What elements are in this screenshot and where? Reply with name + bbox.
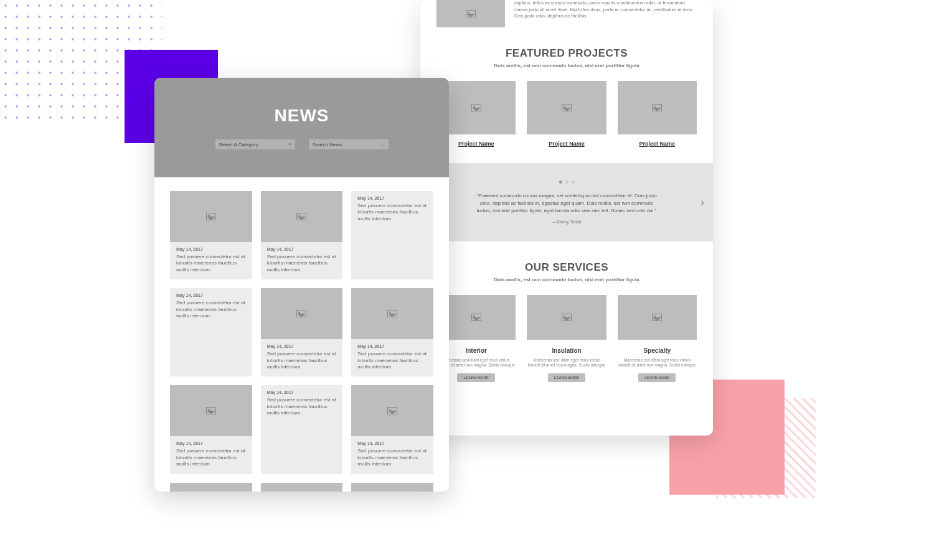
carousel-dots[interactable] — [445, 180, 688, 184]
project-name-link[interactable]: Project Name — [618, 141, 697, 147]
carousel-dot-active[interactable] — [559, 180, 562, 184]
image-icon — [471, 104, 481, 111]
image-icon — [562, 104, 572, 111]
news-image-placeholder — [351, 385, 433, 436]
learn-more-button[interactable]: LEARN MORE — [457, 373, 494, 382]
news-date: May 14, 2017 — [176, 441, 246, 446]
news-date: May 14, 2017 — [357, 344, 427, 348]
news-excerpt: Sed posuere consectetur est at lobortis … — [267, 351, 337, 370]
news-excerpt: Sed posuere consectetur est at lobortis … — [176, 254, 246, 273]
chevron-right-icon: › — [383, 142, 384, 147]
project-card[interactable]: Project Name — [527, 81, 606, 147]
news-excerpt: Sed posuere consectetur est at lobortis … — [357, 448, 427, 467]
services-subtitle: Duis mollis, est non commodo luctus, nis… — [420, 277, 713, 282]
learn-more-button[interactable]: LEARN MORE — [548, 373, 585, 382]
testimonial-quote: "Praesent commodo cursus magna, vel scel… — [476, 192, 657, 215]
news-title: NEWS — [154, 106, 449, 126]
image-icon — [471, 314, 481, 321]
news-card-text-only[interactable]: May 14, 2017Sed posuere consectetur est … — [351, 191, 433, 279]
services-title: OUR SERVICES — [420, 261, 713, 274]
project-image-placeholder — [527, 81, 606, 134]
image-icon — [652, 314, 662, 321]
project-name-link[interactable]: Project Name — [527, 141, 606, 147]
hero-text: dapibus, tellus ac cursus commodo, torto… — [514, 0, 697, 27]
category-select-placeholder: Select A Category — [219, 142, 259, 147]
projects-wireframe-mockup: dapibus, tellus ac cursus commodo, torto… — [420, 0, 713, 436]
image-icon — [652, 104, 662, 111]
news-image-placeholder — [261, 191, 343, 242]
project-image-placeholder — [618, 81, 697, 134]
service-image-placeholder — [527, 295, 606, 340]
news-date: May 14, 2017 — [357, 441, 427, 446]
image-icon — [387, 407, 397, 414]
news-image-placeholder — [170, 385, 252, 436]
news-date: May 14, 2017 — [267, 390, 337, 394]
news-card-text-only[interactable]: May 14, 2017Sed posuere consectetur est … — [261, 385, 343, 474]
news-card-partial — [351, 483, 433, 492]
news-card-partial — [170, 483, 252, 492]
news-image-placeholder — [261, 288, 343, 339]
featured-projects-subtitle: Duis mollis, est non commodo luctus, nis… — [420, 63, 713, 68]
news-card[interactable]: May 14, 2017Sed posuere consectetur est … — [351, 288, 433, 376]
service-card: Insulation Maecenas sed diam eget risus … — [527, 295, 606, 382]
news-card-text-only[interactable]: May 14, 2017Sed posuere consectetur est … — [170, 288, 252, 376]
service-description: Maecenas sed diam eget risus varius blan… — [618, 358, 697, 368]
carousel-dot[interactable] — [572, 180, 575, 184]
news-image-placeholder — [170, 191, 252, 242]
testimonial-author: —Jimmy Smith — [445, 220, 688, 224]
carousel-next-icon[interactable]: › — [700, 196, 704, 209]
news-image-placeholder — [351, 288, 433, 339]
news-card[interactable]: May 14, 2017Sed posuere consectetur est … — [261, 288, 343, 376]
news-excerpt: Sed posuere consectetur est at lobortis … — [267, 254, 337, 273]
news-header: NEWS Select A Category▾ Search News› — [154, 78, 449, 177]
news-excerpt: Sed posuere consectetur est at lobortis … — [357, 203, 427, 222]
news-card[interactable]: May 14, 2017Sed posuere consectetur est … — [170, 191, 252, 279]
project-card[interactable]: Project Name — [618, 81, 697, 147]
news-excerpt: Sed posuere consectetur est at lobortis … — [176, 300, 246, 319]
hero-image-placeholder — [436, 0, 505, 27]
news-excerpt: Sed posuere consectetur est at lobortis … — [176, 448, 246, 467]
news-date: May 14, 2017 — [267, 344, 337, 348]
image-icon — [206, 213, 216, 220]
news-wireframe-mockup: NEWS Select A Category▾ Search News› May… — [154, 78, 449, 492]
news-excerpt: Sed posuere consectetur est at lobortis … — [357, 351, 427, 370]
news-date: May 14, 2017 — [357, 196, 427, 200]
service-name: Insulation — [527, 347, 606, 354]
news-card[interactable]: May 14, 2017Sed posuere consectetur est … — [170, 385, 252, 474]
services-row: Interior Maecenas sed diam eget risus va… — [420, 295, 713, 382]
featured-projects-row: Project Name Project Name Project Name — [420, 81, 713, 147]
service-card: Specialty Maecenas sed diam eget risus v… — [618, 295, 697, 382]
service-image-placeholder — [618, 295, 697, 340]
search-placeholder: Search News — [313, 142, 342, 147]
news-grid: May 14, 2017Sed posuere consectetur est … — [154, 177, 449, 492]
service-description: Maecenas sed diam eget risus varius blan… — [527, 358, 606, 368]
service-name: Specialty — [618, 347, 697, 354]
learn-more-button[interactable]: LEARN MORE — [638, 373, 676, 382]
carousel-dot[interactable] — [565, 180, 568, 184]
news-date: May 14, 2017 — [267, 247, 337, 251]
news-card[interactable]: May 14, 2017Sed posuere consectetur est … — [261, 191, 343, 279]
featured-projects-title: FEATURED PROJECTS — [420, 47, 713, 60]
news-date: May 14, 2017 — [176, 293, 246, 297]
image-icon — [466, 10, 476, 17]
category-select[interactable]: Select A Category▾ — [215, 139, 295, 149]
image-icon — [562, 314, 572, 321]
chevron-down-icon: ▾ — [289, 142, 291, 147]
news-date: May 14, 2017 — [176, 247, 246, 251]
search-input[interactable]: Search News› — [309, 139, 389, 149]
image-icon — [296, 310, 306, 317]
image-icon — [206, 407, 216, 414]
news-card[interactable]: May 14, 2017Sed posuere consectetur est … — [351, 385, 433, 474]
news-card-partial — [261, 483, 343, 492]
image-icon — [387, 310, 397, 317]
testimonial-carousel: "Praesent commodo cursus magna, vel scel… — [420, 163, 713, 241]
image-icon — [296, 213, 306, 220]
news-excerpt: Sed posuere consectetur est at lobortis … — [267, 397, 337, 416]
